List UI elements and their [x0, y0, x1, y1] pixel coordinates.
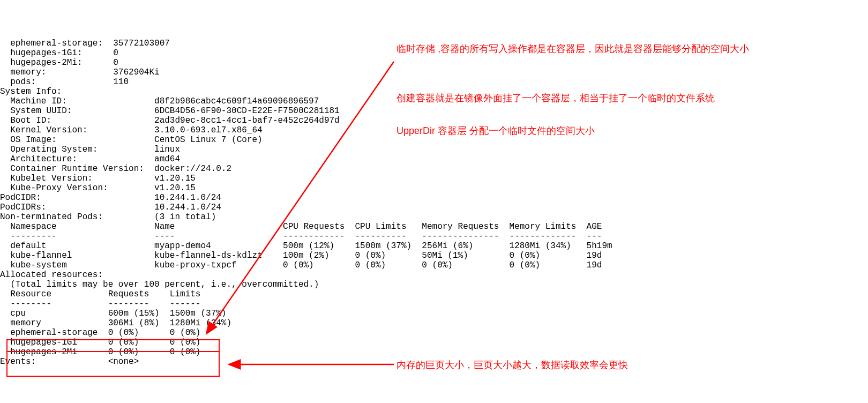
terminal-line: kube-system kube-proxy-txpcf 0 (0%) 0 (0… — [0, 260, 868, 270]
terminal-line: pods: 110 — [0, 77, 868, 87]
terminal-line: hugepages-2Mi: 0 — [0, 58, 868, 68]
terminal-line: hugepages-2Mi 0 (0%) 0 (0%) — [0, 347, 868, 357]
terminal-line: Namespace Name CPU Requests CPU Limits M… — [0, 222, 868, 232]
terminal-line: kube-flannel kube-flannel-ds-kdlzt 100m … — [0, 251, 868, 260]
terminal-line: PodCIDR: 10.244.1.0/24 — [0, 193, 868, 203]
terminal-line: hugepages-1Gi 0 (0%) 0 (0%) — [0, 338, 868, 347]
annotation-hugepages: 内存的巨页大小，巨页大小越大，数据读取效率会更快 — [396, 356, 825, 374]
terminal-line: Non-terminated Pods: (3 in total) — [0, 212, 868, 222]
terminal-line: -------- -------- ------ — [0, 299, 868, 309]
annotation-container-layer: 创建容器就是在镜像外面挂了一个容器层，相当于挂了一个临时的文件系统 — [396, 89, 825, 107]
terminal-line: Container Runtime Version: docker://24.0… — [0, 164, 868, 174]
terminal-line: (Total limits may be over 100 percent, i… — [0, 280, 868, 289]
terminal-line: Operating System: linux — [0, 145, 868, 154]
terminal-line: memory 306Mi (8%) 1280Mi (34%) — [0, 318, 868, 328]
terminal-line: PodCIDRs: 10.244.1.0/24 — [0, 203, 868, 212]
terminal-line: System UUID: 6DCB4D56-6F90-30CD-E22E-F75… — [0, 106, 868, 116]
terminal-line: Kubelet Version: v1.20.15 — [0, 174, 868, 183]
terminal-line: cpu 600m (15%) 1500m (37%) — [0, 309, 868, 318]
terminal-line: ephemeral-storage 0 (0%) 0 (0%) — [0, 328, 868, 338]
terminal-line: Kube-Proxy Version: v1.20.15 — [0, 183, 868, 193]
terminal-line: default myapp-demo4 500m (12%) 1500m (37… — [0, 241, 868, 251]
terminal-line: Architecture: amd64 — [0, 154, 868, 164]
terminal-output: ephemeral-storage: 35772103007 hugepages… — [0, 39, 868, 367]
terminal-line: memory: 3762904Ki — [0, 68, 868, 77]
terminal-line: Resource Requests Limits — [0, 289, 868, 299]
annotation-ephemeral-storage: 临时存储 ,容器的所有写入操作都是在容器层，因此就是容器层能够分配的空间大小 — [396, 40, 809, 57]
terminal-line: Allocated resources: — [0, 270, 868, 280]
terminal-line: --------- ---- ------------ ---------- -… — [0, 232, 868, 241]
annotation-upperdir: UpperDir 容器层 分配一个临时文件的空间大小 — [396, 122, 718, 139]
